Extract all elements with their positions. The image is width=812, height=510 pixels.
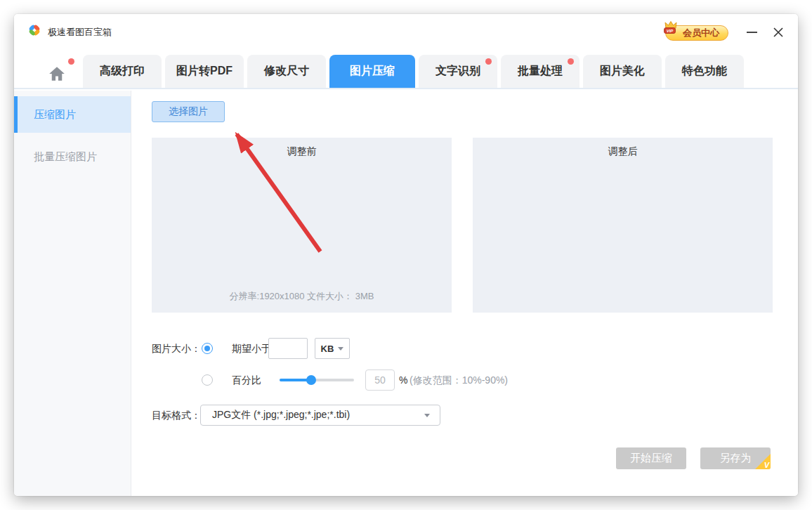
percent-slider[interactable] xyxy=(280,370,354,391)
minimize-icon xyxy=(747,32,757,33)
tab-home[interactable] xyxy=(42,60,76,86)
tab-label: 批量处理 xyxy=(518,64,563,79)
tab-ocr[interactable]: 文字识别 xyxy=(419,55,497,88)
after-panel: 调整后 xyxy=(473,138,773,313)
after-panel-title: 调整后 xyxy=(473,145,773,158)
tab-image-to-pdf[interactable]: 图片转PDF xyxy=(165,55,244,88)
save-as-button[interactable]: 另存为 V xyxy=(700,447,771,469)
tab-label: 图片转PDF xyxy=(176,64,233,79)
image-size-label: 图片大小： xyxy=(152,338,201,359)
tab-strip: 高级打印 图片转PDF 修改尺寸 图片压缩 文字识别 批量处理 图片美化 特色功… xyxy=(83,55,744,88)
vip-crown-icon: VIP xyxy=(662,20,680,36)
size-unit-dropdown[interactable]: KB xyxy=(315,338,350,359)
before-panel: 调整前 分辨率:1920x1080 文件大小： 3MB xyxy=(152,138,452,313)
app-logo-pinwheel-icon xyxy=(27,22,42,38)
target-format-value: JPG文件 (*.jpg;*.jpeg;*.jpe;*.tbi) xyxy=(212,409,350,421)
chevron-down-icon xyxy=(338,347,343,351)
tab-resize[interactable]: 修改尺寸 xyxy=(247,55,326,88)
vip-corner-mark: V xyxy=(764,461,769,469)
before-panel-title: 调整前 xyxy=(152,145,452,158)
vip-badge-label: 会员中心 xyxy=(683,26,719,40)
chevron-down-icon xyxy=(424,414,430,417)
tab-label: 特色功能 xyxy=(682,64,727,79)
tab-label: 修改尺寸 xyxy=(264,64,309,79)
percent-sign-label: % xyxy=(399,370,407,391)
sidebar-item-compress-image[interactable]: 压缩图片 xyxy=(14,96,131,133)
minimize-button[interactable] xyxy=(742,22,761,42)
app-title: 极速看图百宝箱 xyxy=(48,26,112,39)
close-button[interactable] xyxy=(768,22,788,42)
tab-batch-process[interactable]: 批量处理 xyxy=(501,55,579,88)
sidebar-item-label: 批量压缩图片 xyxy=(34,150,97,164)
percent-range-hint: (修改范围：10%-90%) xyxy=(410,370,508,391)
slider-thumb[interactable] xyxy=(306,375,316,385)
titlebar: 极速看图百宝箱 VIP 会员中心 xyxy=(14,14,798,55)
tab-special-features[interactable]: 特色功能 xyxy=(665,55,744,88)
tab-label: 图片美化 xyxy=(600,64,645,79)
sidebar: 压缩图片 批量压缩图片 xyxy=(14,91,131,496)
close-icon xyxy=(773,27,784,38)
start-compress-button[interactable]: 开始压缩 xyxy=(616,447,686,469)
percent-radio[interactable] xyxy=(202,374,213,386)
percent-input[interactable] xyxy=(365,370,395,391)
tab-label: 高级打印 xyxy=(100,64,145,79)
tab-label: 图片压缩 xyxy=(350,64,395,79)
percent-label: 百分比 xyxy=(232,370,261,391)
tab-notification-dot xyxy=(485,58,492,65)
before-panel-info: 分辨率:1920x1080 文件大小： 3MB xyxy=(152,290,452,303)
tab-notification-dot xyxy=(568,58,574,65)
main-content: 选择图片 调整前 分辨率:1920x1080 文件大小： 3MB 调整后 图片大… xyxy=(131,91,798,496)
tab-advanced-print[interactable]: 高级打印 xyxy=(83,55,162,88)
vip-crown-label: VIP xyxy=(667,29,674,33)
sidebar-item-label: 压缩图片 xyxy=(34,108,76,122)
expect-size-radio[interactable] xyxy=(202,343,213,354)
tab-label: 文字识别 xyxy=(436,64,480,79)
home-icon xyxy=(48,65,66,83)
save-as-label: 另存为 xyxy=(720,452,752,464)
expect-less-than-label: 期望小于 xyxy=(232,338,271,359)
target-format-dropdown[interactable]: JPG文件 (*.jpg;*.jpeg;*.jpe;*.tbi) xyxy=(200,405,440,426)
select-image-button[interactable]: 选择图片 xyxy=(152,101,225,122)
home-notification-dot xyxy=(68,58,74,65)
sidebar-item-batch-compress-image[interactable]: 批量压缩图片 xyxy=(14,138,131,175)
app-window: 极速看图百宝箱 VIP 会员中心 高级打印 图片转 xyxy=(14,14,798,496)
target-format-label: 目标格式： xyxy=(152,405,201,426)
tab-image-compress[interactable]: 图片压缩 xyxy=(329,55,415,88)
target-size-input[interactable] xyxy=(268,338,308,359)
vip-member-center-button[interactable]: VIP 会员中心 xyxy=(665,25,728,41)
tab-image-beautify[interactable]: 图片美化 xyxy=(583,55,662,88)
size-unit-value: KB xyxy=(321,344,334,354)
tabbar: 高级打印 图片转PDF 修改尺寸 图片压缩 文字识别 批量处理 图片美化 特色功… xyxy=(14,55,798,89)
